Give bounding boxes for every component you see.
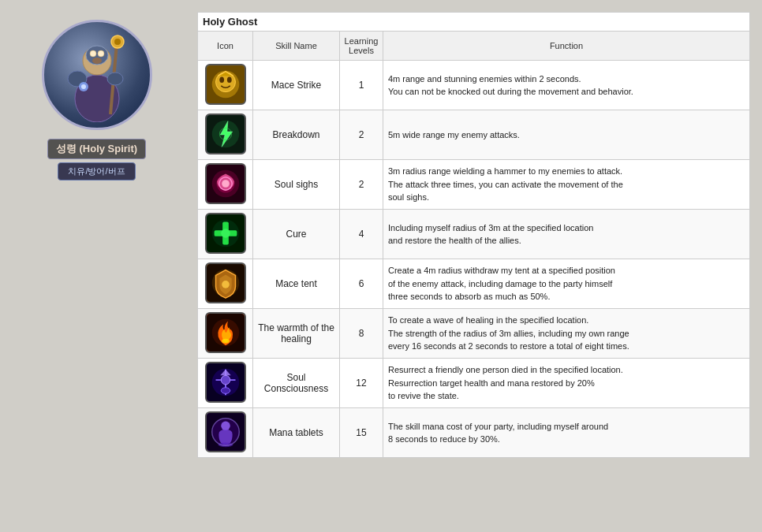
skill-name: Soul sighs <box>253 160 340 210</box>
svg-point-5 <box>92 58 102 64</box>
skill-icon-cell <box>198 259 253 309</box>
header-icon: Icon <box>198 32 253 61</box>
learning-level: 15 <box>340 408 383 458</box>
skill-icon-cell <box>198 110 253 160</box>
skill-name: Soul Consciousness <box>253 359 340 408</box>
learning-level: 6 <box>340 259 383 309</box>
header-learning-levels: Learning Levels <box>340 32 383 61</box>
skill-function: Create a 4m radius withdraw my tent at a… <box>383 259 750 309</box>
learning-level: 2 <box>340 160 383 210</box>
skill-name: Breakdown <box>253 110 340 160</box>
skill-icon-cell <box>198 61 253 110</box>
svg-point-16 <box>219 76 224 83</box>
svg-point-3 <box>90 50 96 57</box>
skill-icon <box>205 312 246 353</box>
skill-icon <box>205 411 246 452</box>
skill-icon <box>205 163 246 204</box>
svg-point-44 <box>221 422 230 431</box>
skill-icon <box>205 213 246 254</box>
skill-function: Including myself radius of 3m at the spe… <box>383 210 750 259</box>
skill-name: The warmth of the healing <box>253 309 340 359</box>
skill-function: 5m wide range my enemy attacks. <box>383 110 750 160</box>
svg-point-10 <box>107 73 123 85</box>
learning-level: 4 <box>340 210 383 259</box>
table-row: Soul Consciousness12Resurrect a friendly… <box>198 359 750 408</box>
left-panel: 성령 (Holy Spirit) 치유/방어/버프 <box>0 0 193 532</box>
table-row: Mace Strike14m range and stunning enemie… <box>198 61 750 110</box>
svg-point-8 <box>114 39 121 45</box>
skill-name: Mace Strike <box>253 61 340 110</box>
skill-icon-cell <box>198 210 253 259</box>
svg-point-32 <box>222 281 230 288</box>
table-row: Breakdown25m wide range my enemy attacks… <box>198 110 750 160</box>
skill-icon-cell <box>198 408 253 458</box>
class-sublabel: 치유/방어/버프 <box>58 162 135 180</box>
skill-name: Mana tablets <box>253 408 340 458</box>
header-skill-name: Skill Name <box>253 32 340 61</box>
table-row: The warmth of the healing8To create a wa… <box>198 309 750 359</box>
skill-name: Cure <box>253 210 340 259</box>
skill-function: To create a wave of healing in the speci… <box>383 309 750 359</box>
svg-point-17 <box>226 76 231 83</box>
learning-level: 2 <box>340 110 383 160</box>
skill-icon-cell <box>198 309 253 359</box>
skill-function: Resurrect a friendly one person died in … <box>383 359 750 408</box>
svg-point-35 <box>222 339 230 344</box>
skill-icon <box>205 113 246 154</box>
skill-icon <box>205 64 246 105</box>
table-row: Cure4Including myself radius of 3m at th… <box>198 210 750 259</box>
skill-function: The skill mana cost of your party, inclu… <box>383 408 750 458</box>
table-row: Mana tablets15The skill mana cost of you… <box>198 408 750 458</box>
header-function: Function <box>383 32 750 61</box>
learning-level: 8 <box>340 309 383 359</box>
table-title: Holy Ghost <box>198 13 750 32</box>
skill-icon-cell <box>198 359 253 408</box>
svg-point-41 <box>221 388 230 394</box>
svg-point-40 <box>221 375 230 385</box>
skill-icon-cell <box>198 160 253 210</box>
svg-point-12 <box>81 84 86 89</box>
character-icon <box>38 16 156 134</box>
right-panel: Holy Ghost Icon Skill Name Learning Leve… <box>193 0 762 532</box>
skill-icon <box>205 262 246 303</box>
character-circle <box>42 20 152 130</box>
svg-point-29 <box>221 229 230 238</box>
skill-table: Holy Ghost Icon Skill Name Learning Leve… <box>197 12 750 458</box>
svg-point-24 <box>222 180 230 188</box>
skill-function: 3m radius range wielding a hammer to my … <box>383 160 750 210</box>
class-label: 성령 (Holy Spirit) <box>47 139 146 159</box>
skill-function: 4m range and stunning enemies within 2 s… <box>383 61 750 110</box>
svg-point-4 <box>98 50 104 57</box>
skill-name: Mace tent <box>253 259 340 309</box>
learning-level: 12 <box>340 359 383 408</box>
table-row: Mace tent6Create a 4m radius withdraw my… <box>198 259 750 309</box>
table-row: Soul sighs23m radius range wielding a ha… <box>198 160 750 210</box>
skill-icon <box>205 362 246 403</box>
learning-level: 1 <box>340 61 383 110</box>
